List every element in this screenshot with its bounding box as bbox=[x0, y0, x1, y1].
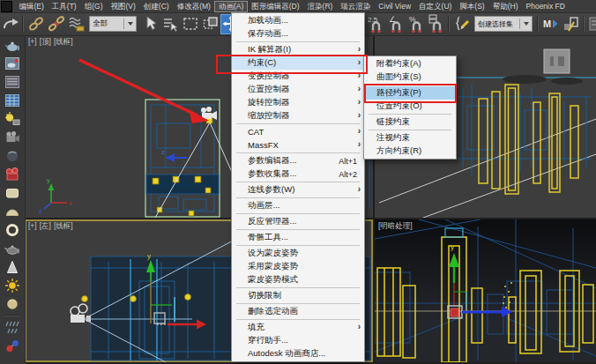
menu-item-toggle-limits[interactable]: 切换限制 bbox=[232, 289, 364, 302]
viewport-menu-view[interactable]: [左] bbox=[40, 221, 51, 230]
menubar-item-modifiers[interactable]: 修改器(M) bbox=[173, 1, 214, 12]
menu-item-animation-layers[interactable]: 动画层... bbox=[232, 199, 364, 212]
menu-item-populate[interactable]: 填充› bbox=[232, 321, 364, 334]
submenu-arrow-icon: › bbox=[358, 44, 361, 54]
video-camera-icon[interactable] bbox=[3, 165, 22, 183]
menu-item-attachment-constraint[interactable]: 附着约束(A) bbox=[364, 57, 456, 71]
snap-toggle-2-5-icon[interactable]: 2.5 bbox=[365, 14, 385, 34]
menu-item-skin-pose-mode[interactable]: 蒙皮姿势模式 bbox=[232, 273, 364, 286]
menu-item-wire-parameters[interactable]: 连线参数(W)› bbox=[232, 183, 364, 197]
bind-to-space-warp-icon[interactable] bbox=[66, 14, 86, 34]
menubar-item-animation[interactable]: 动画(A) bbox=[214, 1, 247, 12]
layer-manager-icon[interactable] bbox=[586, 14, 596, 34]
light-icon[interactable] bbox=[3, 109, 22, 128]
menu-item-save-animation[interactable]: 保存动画... bbox=[232, 27, 364, 41]
menu-item-constraints[interactable]: 约束(C)› bbox=[232, 56, 364, 70]
viewport-menu-plus[interactable]: [+] bbox=[28, 37, 37, 46]
app-icon[interactable] bbox=[1, 1, 12, 12]
menubar-item-scripting[interactable]: 脚本(S) bbox=[456, 1, 488, 12]
state-sets-table-icon[interactable] bbox=[3, 91, 22, 109]
menu-separator bbox=[369, 130, 451, 130]
menu-item-cat[interactable]: CAT› bbox=[232, 125, 364, 138]
menu-item-position-controllers[interactable]: 位置控制器› bbox=[232, 83, 364, 96]
select-and-link-icon[interactable] bbox=[26, 14, 46, 34]
viewcube[interactable] bbox=[544, 49, 570, 73]
menubar-item-views[interactable]: 视图(V) bbox=[107, 1, 139, 12]
menu-item-scale-controllers[interactable]: 缩放控制器› bbox=[232, 109, 364, 123]
transform-gizmo[interactable]: y bbox=[448, 243, 512, 318]
menubar-item-create[interactable]: 创建(C) bbox=[139, 1, 173, 12]
menubar-item-rendering[interactable]: 渲染(R) bbox=[303, 1, 337, 12]
menu-item-parameter-editor[interactable]: 参数编辑器...Alt+1 bbox=[232, 154, 364, 167]
menu-item-orientation-constraint[interactable]: 方向约束(R) bbox=[364, 145, 456, 158]
dropdown-caret-icon bbox=[128, 22, 133, 26]
menu-separator bbox=[236, 152, 360, 153]
window-crossing-icon[interactable] bbox=[200, 14, 220, 34]
rendered-frame-window-icon[interactable] bbox=[3, 72, 22, 91]
dome-icon[interactable] bbox=[3, 202, 22, 220]
menu-item-ik-solvers[interactable]: IK 解算器(I)› bbox=[232, 43, 364, 56]
menu-item-lookat-constraint[interactable]: 注视约束 bbox=[364, 131, 456, 145]
viewport-menu-plus[interactable]: [+] bbox=[28, 221, 37, 230]
menubar-item-group[interactable]: 组(G) bbox=[80, 1, 107, 12]
submenu-arrow-icon: › bbox=[358, 126, 361, 136]
selection-filter-dropdown[interactable]: 全部 bbox=[89, 16, 137, 32]
menu-item-link-constraint[interactable]: 链接约束 bbox=[364, 115, 456, 129]
percent-snap-icon[interactable]: % bbox=[406, 14, 426, 34]
spinner-snap-icon[interactable] bbox=[426, 14, 446, 34]
select-object-icon[interactable] bbox=[139, 14, 160, 34]
render-teapot-icon[interactable] bbox=[3, 35, 22, 54]
menu-item-delete-selected-animation[interactable]: 删除选定动画 bbox=[232, 305, 364, 318]
rain-icon[interactable] bbox=[3, 318, 22, 337]
align-icon[interactable] bbox=[561, 14, 581, 34]
menu-item-bone-tools[interactable]: 骨骼工具... bbox=[232, 231, 364, 244]
menubar-item-rayvision[interactable]: 瑞云渲染 bbox=[337, 1, 375, 12]
submenu-arrow-icon: › bbox=[358, 110, 361, 120]
sun-icon[interactable] bbox=[3, 276, 22, 294]
redo-icon[interactable] bbox=[0, 14, 20, 34]
menu-item-position-constraint[interactable]: 位置约束(O) bbox=[364, 100, 456, 113]
molecule-icon[interactable] bbox=[3, 337, 22, 355]
viewport-menu-shading[interactable]: [线框] bbox=[54, 221, 73, 230]
rectangular-selection-region-icon[interactable] bbox=[180, 14, 200, 34]
viewport-shaded[interactable]: y [明暗处理] bbox=[375, 219, 596, 362]
camera-object[interactable] bbox=[71, 304, 91, 323]
unlink-selection-icon[interactable] bbox=[46, 14, 66, 34]
keyboard-shortcut-override-icon[interactable] bbox=[451, 14, 472, 34]
menubar-item-graph-editors[interactable]: 图形编辑器(D) bbox=[248, 1, 303, 12]
select-by-name-icon[interactable] bbox=[160, 14, 180, 34]
menubar-item-help[interactable]: 帮助(H) bbox=[488, 1, 522, 12]
environment-sphere-icon[interactable] bbox=[3, 146, 22, 165]
menu-item-walkthrough-assistant[interactable]: 穿行助手... bbox=[232, 334, 364, 347]
menu-item-parameter-collector[interactable]: 参数收集器...Alt+2 bbox=[232, 167, 364, 181]
menubar-item-phoenix-fd[interactable]: Phoenix FD bbox=[522, 1, 569, 12]
mirror-icon[interactable]: M bbox=[540, 14, 561, 34]
cone-icon[interactable] bbox=[3, 257, 22, 276]
menu-item-path-constraint[interactable]: 路径约束(P) bbox=[364, 86, 456, 100]
ring-icon[interactable] bbox=[3, 220, 22, 239]
menu-item-animation-store[interactable]: Autodesk 动画商店... bbox=[232, 347, 364, 360]
teapot-wire-icon[interactable] bbox=[3, 239, 22, 257]
camera-icon[interactable] bbox=[3, 128, 22, 146]
menubar-item-edit[interactable]: 编辑(E) bbox=[15, 1, 48, 12]
menu-item-transform-controllers[interactable]: 变换控制器› bbox=[232, 70, 364, 83]
menu-item-set-as-skin-pose[interactable]: 设为蒙皮姿势 bbox=[232, 247, 364, 260]
menu-item-reaction-manager[interactable]: 反应管理器... bbox=[232, 215, 364, 228]
angle-snap-icon[interactable]: ∠ bbox=[385, 14, 406, 34]
submenu-arrow-icon: › bbox=[358, 97, 361, 107]
viewport-menu-shading[interactable]: [线框] bbox=[54, 37, 73, 46]
menubar-item-customize[interactable]: 自定义(U) bbox=[415, 1, 456, 12]
sphere-icon[interactable] bbox=[3, 294, 22, 313]
menu-item-assume-skin-pose[interactable]: 采用蒙皮姿势 bbox=[232, 260, 364, 273]
menu-item-massfx[interactable]: MassFX› bbox=[232, 138, 364, 152]
menubar-item-tools[interactable]: 工具(T) bbox=[48, 1, 80, 12]
menubar-item-civil-view[interactable]: Civil View bbox=[375, 1, 415, 12]
named-selection-set-dropdown[interactable]: 创建选择集 bbox=[474, 16, 533, 32]
viewport-menu-shading[interactable]: [明暗处理] bbox=[378, 221, 413, 230]
ground-plane-icon[interactable] bbox=[3, 183, 22, 202]
menu-item-rotation-controllers[interactable]: 旋转控制器› bbox=[232, 96, 364, 109]
viewport-menu-view[interactable]: [顶] bbox=[40, 37, 51, 46]
render-setup-icon[interactable] bbox=[3, 54, 22, 72]
menu-item-surface-constraint[interactable]: 曲面约束(S) bbox=[364, 71, 456, 84]
menu-item-load-animation[interactable]: 加载动画... bbox=[232, 14, 364, 27]
